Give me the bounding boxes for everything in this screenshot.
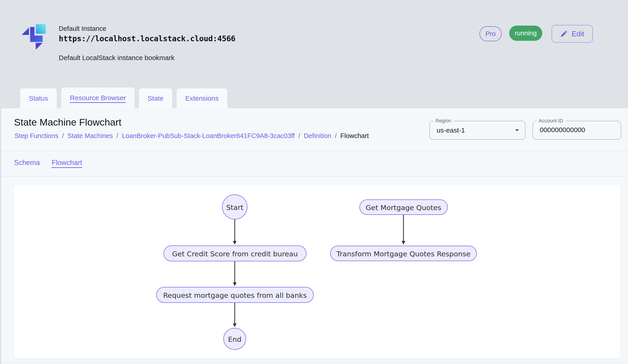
breadcrumb-separator: / [298, 132, 300, 140]
node-request-quotes: Request mortgage quotes from all banks [157, 287, 314, 303]
breadcrumb: Step Functions / State Machines / LoanBr… [14, 132, 369, 140]
localstack-logo [21, 23, 53, 52]
breadcrumb-flowchart: Flowchart [340, 132, 369, 140]
svg-text:End: End [228, 335, 241, 343]
subtab-schema[interactable]: Schema [14, 159, 40, 167]
svg-text:Get Mortgage Quotes: Get Mortgage Quotes [366, 203, 441, 212]
tab-state[interactable]: State [139, 88, 172, 108]
breadcrumb-step-functions[interactable]: Step Functions [14, 132, 58, 140]
node-start: Start [222, 195, 247, 219]
status-badge: running [509, 26, 542, 41]
divider [1, 176, 628, 177]
breadcrumb-separator: / [62, 132, 64, 140]
localstack-app: Default Instance https://localhost.local… [0, 0, 628, 364]
tab-resource-browser[interactable]: Resource Browser [61, 87, 135, 108]
divider [1, 363, 628, 363]
state-machine-flowchart: Start Get Credit Score from credit burea… [14, 184, 621, 358]
svg-text:Start: Start [226, 203, 243, 211]
region-select-value: us-east-1 [437, 121, 465, 139]
page-title: State Machine Flowchart [14, 117, 121, 128]
caret-down-icon [512, 125, 522, 135]
subtab-flowchart[interactable]: Flowchart [52, 159, 82, 167]
edit-button[interactable]: Edit [551, 25, 593, 43]
pro-badge: Pro [479, 26, 502, 41]
tab-extensions[interactable]: Extensions [177, 88, 227, 108]
instance-url: https://localhost.localstack.cloud:4566 [59, 34, 236, 43]
breadcrumb-separator: / [335, 132, 337, 140]
pencil-icon [560, 30, 568, 38]
node-end: End [224, 328, 246, 350]
account-id-field: Account ID [533, 121, 621, 140]
node-get-credit-score: Get Credit Score from credit bureau [164, 246, 306, 261]
svg-text:Request mortgage quotes from a: Request mortgage quotes from all banks [163, 291, 307, 300]
node-get-mortgage-quotes: Get Mortgage Quotes [360, 200, 448, 215]
tab-status[interactable]: Status [20, 88, 57, 108]
breadcrumb-separator: / [116, 132, 118, 140]
main-tabs: Status Resource Browser State Extensions [20, 87, 227, 108]
flowchart-card: Start Get Credit Score from credit burea… [13, 184, 621, 359]
instance-description: Default LocalStack instance bookmark [59, 54, 174, 62]
node-transform-response: Transform Mortgage Quotes Response [330, 246, 476, 261]
breadcrumb-state-machines[interactable]: State Machines [68, 132, 113, 140]
svg-text:Transform Mortgage Quotes Resp: Transform Mortgage Quotes Response [336, 250, 470, 258]
definition-subtabs: Schema Flowchart [14, 159, 82, 167]
region-select[interactable]: Region us-east-1 [429, 121, 526, 140]
account-id-input[interactable] [540, 121, 608, 138]
edit-button-label: Edit [571, 30, 584, 38]
svg-text:Get Credit Score from credit b: Get Credit Score from credit bureau [172, 250, 298, 258]
instance-name: Default Instance [59, 25, 106, 32]
breadcrumb-definition[interactable]: Definition [304, 132, 331, 140]
divider [1, 151, 628, 151]
breadcrumb-state-machine-name[interactable]: LoanBroker-PubSub-Stack-LoanBroker641FC9… [122, 132, 295, 140]
